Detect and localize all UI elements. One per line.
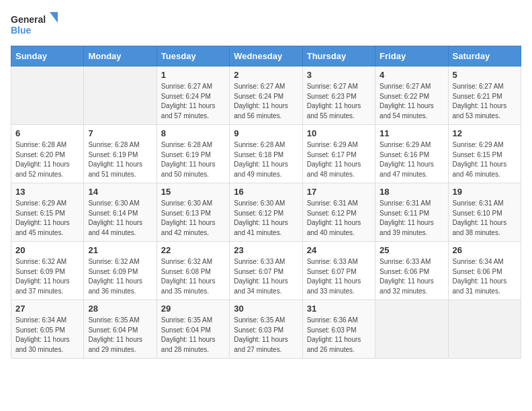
logo: General Blue: [11, 11, 58, 39]
calendar-week-row: 13Sunrise: 6:29 AM Sunset: 6:15 PM Dayli…: [11, 183, 521, 242]
day-number: 4: [380, 70, 443, 80]
day-number: 19: [453, 187, 517, 197]
weekday-header-row: SundayMondayTuesdayWednesdayThursdayFrid…: [11, 46, 521, 66]
day-number: 22: [161, 245, 225, 255]
page-header: General Blue: [11, 11, 521, 39]
day-number: 3: [307, 70, 371, 80]
calendar-cell: 8Sunrise: 6:28 AM Sunset: 6:19 PM Daylig…: [157, 125, 229, 183]
day-number: 24: [307, 245, 371, 255]
logo-svg: General Blue: [11, 11, 58, 39]
calendar-cell: 23Sunrise: 6:33 AM Sunset: 6:07 PM Dayli…: [230, 242, 302, 300]
weekday-header-saturday: Saturday: [448, 46, 521, 66]
calendar-week-row: 27Sunrise: 6:34 AM Sunset: 6:05 PM Dayli…: [11, 300, 521, 359]
calendar-cell: 30Sunrise: 6:35 AM Sunset: 6:03 PM Dayli…: [230, 300, 302, 359]
calendar-cell: [84, 66, 157, 125]
svg-text:General: General: [11, 14, 46, 25]
day-info: Sunrise: 6:30 AM Sunset: 6:14 PM Dayligh…: [88, 199, 152, 238]
calendar-table: SundayMondayTuesdayWednesdayThursdayFrid…: [11, 46, 521, 359]
day-info: Sunrise: 6:28 AM Sunset: 6:19 PM Dayligh…: [88, 140, 152, 179]
calendar-cell: 29Sunrise: 6:35 AM Sunset: 6:04 PM Dayli…: [157, 300, 229, 359]
weekday-header-wednesday: Wednesday: [230, 46, 302, 66]
calendar-cell: 3Sunrise: 6:27 AM Sunset: 6:23 PM Daylig…: [302, 66, 375, 125]
day-info: Sunrise: 6:36 AM Sunset: 6:03 PM Dayligh…: [307, 316, 371, 355]
day-info: Sunrise: 6:34 AM Sunset: 6:06 PM Dayligh…: [453, 257, 517, 296]
day-number: 12: [453, 128, 517, 138]
day-info: Sunrise: 6:28 AM Sunset: 6:19 PM Dayligh…: [161, 140, 225, 179]
calendar-cell: [448, 300, 521, 359]
calendar-cell: 17Sunrise: 6:31 AM Sunset: 6:12 PM Dayli…: [302, 183, 375, 242]
day-info: Sunrise: 6:34 AM Sunset: 6:05 PM Dayligh…: [15, 316, 79, 355]
day-number: 1: [161, 70, 225, 80]
day-number: 2: [234, 70, 298, 80]
day-number: 23: [234, 245, 298, 255]
day-number: 10: [307, 128, 371, 138]
calendar-cell: 6Sunrise: 6:28 AM Sunset: 6:20 PM Daylig…: [11, 125, 84, 183]
calendar-cell: 21Sunrise: 6:32 AM Sunset: 6:09 PM Dayli…: [84, 242, 157, 300]
calendar-cell: 13Sunrise: 6:29 AM Sunset: 6:15 PM Dayli…: [11, 183, 84, 242]
calendar-cell: 28Sunrise: 6:35 AM Sunset: 6:04 PM Dayli…: [84, 300, 157, 359]
weekday-header-sunday: Sunday: [11, 46, 84, 66]
calendar-cell: 2Sunrise: 6:27 AM Sunset: 6:24 PM Daylig…: [230, 66, 302, 125]
day-number: 18: [380, 187, 443, 197]
calendar-week-row: 20Sunrise: 6:32 AM Sunset: 6:09 PM Dayli…: [11, 242, 521, 300]
calendar-cell: 15Sunrise: 6:30 AM Sunset: 6:13 PM Dayli…: [157, 183, 229, 242]
calendar-cell: 7Sunrise: 6:28 AM Sunset: 6:19 PM Daylig…: [84, 125, 157, 183]
day-info: Sunrise: 6:29 AM Sunset: 6:15 PM Dayligh…: [453, 140, 517, 179]
day-number: 13: [15, 187, 79, 197]
day-info: Sunrise: 6:33 AM Sunset: 6:07 PM Dayligh…: [234, 257, 298, 296]
day-info: Sunrise: 6:33 AM Sunset: 6:07 PM Dayligh…: [307, 257, 371, 296]
day-number: 27: [15, 304, 79, 314]
day-number: 25: [380, 245, 443, 255]
calendar-cell: 16Sunrise: 6:30 AM Sunset: 6:12 PM Dayli…: [230, 183, 302, 242]
calendar-cell: 24Sunrise: 6:33 AM Sunset: 6:07 PM Dayli…: [302, 242, 375, 300]
calendar-cell: 1Sunrise: 6:27 AM Sunset: 6:24 PM Daylig…: [157, 66, 229, 125]
day-number: 9: [234, 128, 298, 138]
calendar-cell: 27Sunrise: 6:34 AM Sunset: 6:05 PM Dayli…: [11, 300, 84, 359]
day-info: Sunrise: 6:29 AM Sunset: 6:15 PM Dayligh…: [15, 199, 79, 238]
day-info: Sunrise: 6:30 AM Sunset: 6:12 PM Dayligh…: [234, 199, 298, 238]
day-info: Sunrise: 6:28 AM Sunset: 6:18 PM Dayligh…: [234, 140, 298, 179]
day-info: Sunrise: 6:31 AM Sunset: 6:12 PM Dayligh…: [307, 199, 371, 238]
calendar-cell: 4Sunrise: 6:27 AM Sunset: 6:22 PM Daylig…: [375, 66, 448, 125]
svg-marker-2: [50, 12, 58, 23]
day-number: 26: [453, 245, 517, 255]
day-number: 8: [161, 128, 225, 138]
weekday-header-tuesday: Tuesday: [157, 46, 229, 66]
calendar-cell: [375, 300, 448, 359]
calendar-cell: 20Sunrise: 6:32 AM Sunset: 6:09 PM Dayli…: [11, 242, 84, 300]
day-number: 21: [88, 245, 152, 255]
day-number: 29: [161, 304, 225, 314]
calendar-cell: 11Sunrise: 6:29 AM Sunset: 6:16 PM Dayli…: [375, 125, 448, 183]
calendar-cell: 19Sunrise: 6:31 AM Sunset: 6:10 PM Dayli…: [448, 183, 521, 242]
calendar-cell: 14Sunrise: 6:30 AM Sunset: 6:14 PM Dayli…: [84, 183, 157, 242]
day-info: Sunrise: 6:32 AM Sunset: 6:08 PM Dayligh…: [161, 257, 225, 296]
day-number: 28: [88, 304, 152, 314]
day-number: 5: [453, 70, 517, 80]
day-info: Sunrise: 6:27 AM Sunset: 6:24 PM Dayligh…: [234, 82, 298, 121]
day-number: 14: [88, 187, 152, 197]
weekday-header-monday: Monday: [84, 46, 157, 66]
calendar-cell: 31Sunrise: 6:36 AM Sunset: 6:03 PM Dayli…: [302, 300, 375, 359]
day-number: 11: [380, 128, 443, 138]
day-info: Sunrise: 6:35 AM Sunset: 6:04 PM Dayligh…: [161, 316, 225, 355]
calendar-cell: 5Sunrise: 6:27 AM Sunset: 6:21 PM Daylig…: [448, 66, 521, 125]
day-info: Sunrise: 6:31 AM Sunset: 6:11 PM Dayligh…: [380, 199, 443, 238]
calendar-week-row: 1Sunrise: 6:27 AM Sunset: 6:24 PM Daylig…: [11, 66, 521, 125]
day-info: Sunrise: 6:27 AM Sunset: 6:24 PM Dayligh…: [161, 82, 225, 121]
day-number: 30: [234, 304, 298, 314]
day-info: Sunrise: 6:27 AM Sunset: 6:21 PM Dayligh…: [453, 82, 517, 121]
day-info: Sunrise: 6:27 AM Sunset: 6:22 PM Dayligh…: [380, 82, 443, 121]
svg-text:Blue: Blue: [11, 25, 32, 36]
day-info: Sunrise: 6:31 AM Sunset: 6:10 PM Dayligh…: [453, 199, 517, 238]
day-number: 20: [15, 245, 79, 255]
weekday-header-friday: Friday: [375, 46, 448, 66]
weekday-header-thursday: Thursday: [302, 46, 375, 66]
calendar-cell: 12Sunrise: 6:29 AM Sunset: 6:15 PM Dayli…: [448, 125, 521, 183]
calendar-cell: 10Sunrise: 6:29 AM Sunset: 6:17 PM Dayli…: [302, 125, 375, 183]
day-number: 16: [234, 187, 298, 197]
day-number: 7: [88, 128, 152, 138]
calendar-cell: [11, 66, 84, 125]
calendar-cell: 18Sunrise: 6:31 AM Sunset: 6:11 PM Dayli…: [375, 183, 448, 242]
calendar-cell: 22Sunrise: 6:32 AM Sunset: 6:08 PM Dayli…: [157, 242, 229, 300]
day-info: Sunrise: 6:33 AM Sunset: 6:06 PM Dayligh…: [380, 257, 443, 296]
